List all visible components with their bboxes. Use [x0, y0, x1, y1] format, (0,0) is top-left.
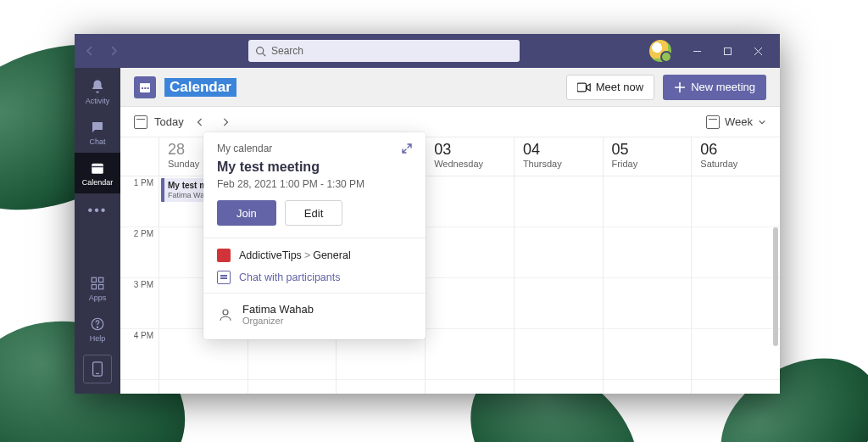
- day-number: 05: [612, 141, 685, 159]
- button-label: New meeting: [691, 81, 755, 93]
- rail-apps[interactable]: Apps: [75, 268, 120, 309]
- popover-calendar-name: My calendar: [217, 143, 272, 154]
- chat-icon: [89, 119, 106, 136]
- svg-rect-7: [99, 277, 103, 282]
- channel-row[interactable]: AddictiveTips>General: [217, 249, 412, 262]
- today-button[interactable]: Today: [154, 115, 184, 128]
- svg-rect-3: [724, 48, 731, 54]
- day-name: Wednesday: [434, 159, 507, 169]
- rail-label: Chat: [89, 137, 105, 146]
- team-icon: [217, 249, 231, 262]
- rail-chat[interactable]: Chat: [75, 112, 120, 153]
- person-icon: [217, 306, 234, 323]
- edit-button[interactable]: Edit: [285, 200, 342, 226]
- close-button[interactable]: [743, 37, 773, 64]
- day-col-saturday[interactable]: 06Saturday: [692, 137, 780, 394]
- bell-icon: [89, 78, 106, 95]
- prev-week-button[interactable]: [191, 113, 209, 131]
- main-area: Calendar Meet now New meeting Today: [120, 68, 780, 394]
- day-name: Saturday: [700, 159, 773, 169]
- svg-point-20: [223, 310, 228, 315]
- next-week-button[interactable]: [216, 113, 235, 131]
- organizer-name: Fatima Wahab: [242, 304, 314, 316]
- chat-icon: [217, 271, 231, 284]
- rail-label: Calendar: [82, 178, 114, 187]
- time-label: 1 PM: [120, 176, 159, 227]
- plus-icon: [674, 81, 686, 93]
- minimize-button[interactable]: [682, 37, 712, 64]
- popover-time: Feb 28, 2021 1:00 PM - 1:30 PM: [217, 178, 412, 190]
- app-rail: Activity Chat Calendar ••• Apps Help: [75, 68, 120, 394]
- apps-icon: [89, 275, 106, 292]
- search-input[interactable]: Search: [248, 40, 520, 62]
- view-picker[interactable]: Week: [706, 115, 766, 129]
- view-label: Week: [725, 115, 753, 128]
- back-button[interactable]: [78, 39, 102, 63]
- rail-help[interactable]: Help: [75, 309, 120, 350]
- calendar-small-icon: [706, 115, 720, 129]
- time-label: 4 PM: [120, 329, 159, 380]
- page-title: Calendar: [164, 78, 236, 97]
- svg-rect-6: [92, 277, 96, 282]
- maximize-button[interactable]: [712, 37, 743, 64]
- svg-rect-16: [142, 87, 143, 89]
- button-label: Meet now: [596, 81, 643, 93]
- day-col-wednesday[interactable]: 03Wednesday: [426, 137, 515, 394]
- svg-point-0: [257, 47, 264, 53]
- calendar-icon: [89, 159, 106, 176]
- time-label: 3 PM: [120, 278, 159, 329]
- rail-device[interactable]: [83, 355, 112, 383]
- join-button[interactable]: Join: [217, 200, 276, 226]
- today-icon: [134, 115, 147, 129]
- calendar-app-icon: [134, 76, 156, 98]
- button-label: Join: [236, 207, 257, 220]
- svg-rect-9: [99, 285, 103, 289]
- scrollbar-thumb[interactable]: [773, 227, 778, 346]
- avatar[interactable]: [649, 40, 671, 62]
- calendar-grid: 1 PM 2 PM 3 PM 4 PM 28 Sunday My t: [120, 137, 780, 394]
- new-meeting-button[interactable]: New meeting: [663, 75, 766, 100]
- app-window: Search Activity Chat Calendar •••: [75, 34, 780, 394]
- scrollbar[interactable]: [773, 176, 778, 394]
- day-name: Friday: [612, 159, 685, 169]
- svg-point-11: [97, 327, 97, 327]
- titlebar: Search: [75, 34, 780, 68]
- window-controls: [682, 37, 773, 64]
- rail-label: Apps: [89, 294, 107, 302]
- meeting-popover: My calendar My test meeting Feb 28, 2021…: [203, 132, 426, 339]
- svg-rect-18: [147, 87, 149, 89]
- forward-button[interactable]: [102, 39, 125, 63]
- rail-calendar[interactable]: Calendar: [75, 153, 120, 193]
- button-label: Edit: [304, 207, 323, 220]
- svg-rect-8: [92, 285, 96, 289]
- day-col-friday[interactable]: 05Friday: [604, 137, 693, 394]
- svg-rect-19: [577, 83, 586, 92]
- day-col-thursday[interactable]: 04Thursday: [515, 137, 604, 394]
- chat-row[interactable]: Chat with participants: [217, 271, 412, 284]
- day-number: 03: [434, 141, 507, 159]
- time-column: 1 PM 2 PM 3 PM 4 PM: [120, 137, 159, 394]
- day-number: 04: [523, 141, 596, 159]
- organizer-row[interactable]: Fatima Wahab Organizer: [217, 304, 412, 326]
- history-nav: [78, 39, 125, 63]
- meet-now-button[interactable]: Meet now: [566, 75, 654, 100]
- phone-icon: [92, 361, 103, 377]
- svg-rect-4: [92, 164, 103, 174]
- rail-label: Help: [90, 334, 106, 343]
- svg-rect-15: [140, 83, 150, 86]
- chat-link: Chat with participants: [239, 271, 341, 283]
- channel-breadcrumb: AddictiveTips>General: [239, 249, 351, 261]
- search-icon: [255, 46, 266, 57]
- search-placeholder: Search: [271, 45, 303, 57]
- day-name: Thursday: [523, 159, 596, 169]
- rail-label: Activity: [86, 97, 110, 105]
- chevron-down-icon: [758, 118, 766, 126]
- expand-icon[interactable]: [402, 143, 412, 154]
- svg-line-1: [263, 53, 265, 55]
- command-bar: Calendar Meet now New meeting: [120, 68, 780, 107]
- rail-activity[interactable]: Activity: [75, 71, 120, 112]
- rail-more[interactable]: •••: [75, 193, 120, 227]
- svg-rect-17: [144, 87, 146, 89]
- organizer-role: Organizer: [242, 316, 314, 326]
- popover-title: My test meeting: [217, 159, 412, 175]
